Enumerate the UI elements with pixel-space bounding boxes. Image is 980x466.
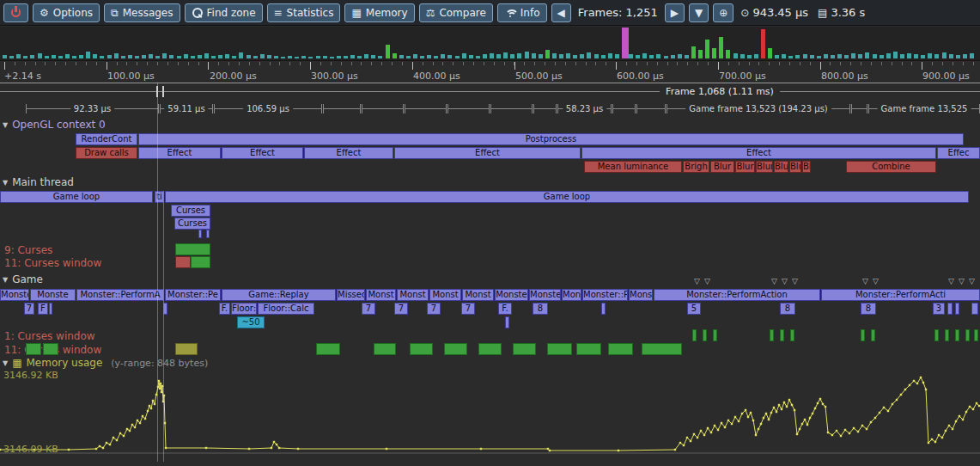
find-zone-button[interactable]: Find zone xyxy=(185,3,263,22)
zone-bar[interactable]: Curses xyxy=(174,218,210,230)
section-game-header[interactable]: ▼ Game xyxy=(3,273,43,285)
zone-bar[interactable] xyxy=(703,329,707,341)
message-marker-icon[interactable]: ▽ xyxy=(782,277,788,285)
zone-bar[interactable]: Combine xyxy=(846,161,936,173)
zone-bar[interactable]: Monst xyxy=(462,289,494,301)
zone-bar[interactable]: ~50 xyxy=(237,316,265,328)
compare-button[interactable]: ⚖Compare xyxy=(419,3,493,22)
info-button[interactable]: Info xyxy=(497,3,547,22)
zone-bar[interactable] xyxy=(175,343,198,355)
zone-bar[interactable]: Monster::PerformActi xyxy=(821,289,980,301)
message-marker-icon[interactable]: ▽ xyxy=(959,277,965,285)
zone-bar[interactable] xyxy=(770,329,774,341)
zone-bar[interactable] xyxy=(934,329,939,341)
message-marker-icon[interactable]: ▽ xyxy=(948,277,954,285)
zone-bar[interactable] xyxy=(505,316,509,328)
zone-bar[interactable] xyxy=(780,329,784,341)
section-opengl-header[interactable]: ▼ OpenGL context 0 xyxy=(3,119,106,131)
zone-bar[interactable] xyxy=(513,343,536,355)
zone-bar[interactable]: 8 xyxy=(780,303,795,315)
power-button[interactable] xyxy=(3,3,28,22)
prev-frame-button[interactable]: ◀ xyxy=(551,3,571,22)
zone-bar[interactable]: Effec xyxy=(937,147,980,159)
zone-bar[interactable]: Bl xyxy=(802,161,811,173)
messages-button[interactable]: ⧉Messages xyxy=(104,3,180,22)
memory-button[interactable]: ▦Memory xyxy=(344,3,414,22)
zone-bar[interactable]: 5 xyxy=(687,303,701,315)
zone-bar[interactable]: 7 xyxy=(362,303,375,315)
zone-bar[interactable] xyxy=(945,329,949,341)
zone-bar[interactable] xyxy=(206,230,210,238)
message-marker-icon[interactable]: ▽ xyxy=(792,277,798,285)
zone-bar[interactable]: 7 xyxy=(427,303,441,315)
zone-bar[interactable]: Mons xyxy=(629,289,653,301)
zone-bar[interactable]: Monster::Pe xyxy=(165,289,221,301)
zone-bar[interactable] xyxy=(601,303,606,315)
zone-bar[interactable] xyxy=(971,303,978,315)
message-marker-icon[interactable]: ▽ xyxy=(862,277,868,285)
zone-bar[interactable] xyxy=(175,243,210,255)
zone-bar[interactable]: Blur xyxy=(735,161,755,173)
message-marker-icon[interactable]: ▽ xyxy=(969,277,975,285)
zone-bar[interactable] xyxy=(316,343,340,355)
zone-bar[interactable]: 3 xyxy=(933,303,945,315)
next-frame-button[interactable]: ▶ xyxy=(665,3,685,22)
zone-bar[interactable] xyxy=(43,343,58,355)
zone-bar[interactable]: F xyxy=(38,303,48,315)
zone-bar[interactable] xyxy=(191,256,210,268)
zone-bar[interactable] xyxy=(374,343,396,355)
zone-bar[interactable] xyxy=(175,256,191,268)
zone-bar[interactable] xyxy=(49,303,52,315)
zone-bar[interactable]: RenderCont xyxy=(76,133,137,145)
zone-bar[interactable] xyxy=(955,329,959,341)
message-marker-icon[interactable]: ▽ xyxy=(694,277,700,285)
zone-bar[interactable]: Monst xyxy=(429,289,461,301)
zone-bar[interactable] xyxy=(955,303,959,315)
zone-bar[interactable]: 7 xyxy=(394,303,408,315)
zone-bar[interactable]: 8 xyxy=(533,303,548,315)
section-main-thread-header[interactable]: ▼ Main thread xyxy=(3,176,74,188)
zone-bar[interactable]: Effect xyxy=(304,147,393,159)
options-button[interactable]: ⚙Options xyxy=(33,3,100,22)
zone-bar[interactable]: Blur xyxy=(774,161,788,173)
zone-bar[interactable]: Blur xyxy=(710,161,734,173)
message-marker-icon[interactable]: ▽ xyxy=(704,277,710,285)
zone-bar[interactable] xyxy=(576,343,601,355)
zone-bar[interactable]: Game loop xyxy=(0,191,153,203)
zone-bar[interactable]: Mons xyxy=(562,289,581,301)
zone-bar[interactable]: Monste xyxy=(0,289,29,301)
zone-bar[interactable]: Blur xyxy=(789,161,801,173)
zone-bar[interactable]: Monste xyxy=(30,289,76,301)
zone-bar[interactable]: Blur xyxy=(756,161,773,173)
zone-bar[interactable]: Draw calls xyxy=(76,147,137,159)
zone-bar[interactable]: Floor::Calc xyxy=(258,303,314,315)
zone-bar[interactable]: 7 xyxy=(24,303,34,315)
zone-bar[interactable]: F. xyxy=(498,303,512,315)
section-memory-header[interactable]: ▼ ▦ Memory usage (y-range: 848 bytes) xyxy=(3,357,208,369)
zone-bar[interactable]: Missed xyxy=(337,289,365,301)
zone-bar[interactable]: Game loop xyxy=(165,191,969,203)
zone-bar[interactable] xyxy=(642,343,682,355)
zone-bar[interactable] xyxy=(478,343,502,355)
zone-bar[interactable]: Brigh xyxy=(683,161,709,173)
zone-bar[interactable] xyxy=(444,343,467,355)
zone-bar[interactable]: Monst xyxy=(366,289,396,301)
zone-bar[interactable]: Monste xyxy=(529,289,561,301)
zone-bar[interactable] xyxy=(198,230,202,238)
zone-bar[interactable] xyxy=(26,343,41,355)
zone-bar[interactable]: Monster::P xyxy=(582,289,628,301)
zone-bar[interactable]: Curses xyxy=(171,205,210,217)
zone-bar[interactable] xyxy=(713,329,717,341)
zone-bar[interactable]: Floor: xyxy=(231,303,257,315)
zone-bar[interactable]: Monster::PerformA xyxy=(76,289,164,301)
zone-bar[interactable] xyxy=(947,303,953,315)
zone-bar[interactable] xyxy=(547,343,572,355)
zone-bar[interactable]: 8 xyxy=(861,303,876,315)
zone-bar[interactable] xyxy=(692,329,697,341)
zone-bar[interactable]: Game::Replay xyxy=(222,289,336,301)
zone-bar[interactable]: Mean luminance xyxy=(584,161,682,173)
zone-bar[interactable]: Effect xyxy=(581,147,936,159)
zone-bar[interactable]: Monst xyxy=(397,289,429,301)
zone-bar[interactable]: 7 xyxy=(461,303,475,315)
zone-bar[interactable]: Monster::PerformAction xyxy=(654,289,820,301)
